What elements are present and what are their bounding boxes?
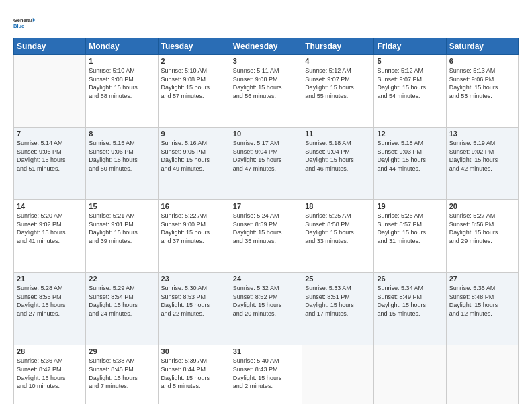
day-info: Sunrise: 5:17 AM Sunset: 9:04 PM Dayligh…	[233, 139, 299, 173]
calendar-week-row: 28Sunrise: 5:36 AM Sunset: 8:47 PM Dayli…	[14, 345, 519, 404]
day-info: Sunrise: 5:16 AM Sunset: 9:05 PM Dayligh…	[161, 139, 227, 173]
day-number: 16	[161, 202, 227, 210]
day-number: 17	[233, 202, 299, 210]
calendar-week-row: 7Sunrise: 5:14 AM Sunset: 9:06 PM Daylig…	[14, 128, 519, 200]
calendar-cell	[14, 55, 86, 128]
calendar-cell: 23Sunrise: 5:30 AM Sunset: 8:53 PM Dayli…	[158, 273, 230, 345]
day-info: Sunrise: 5:28 AM Sunset: 8:55 PM Dayligh…	[17, 284, 83, 318]
weekday-header-row: SundayMondayTuesdayWednesdayThursdayFrid…	[14, 38, 519, 55]
day-info: Sunrise: 5:30 AM Sunset: 8:53 PM Dayligh…	[161, 284, 227, 318]
logo: General Blue	[13, 12, 35, 34]
calendar-cell	[374, 345, 446, 404]
calendar-table: SundayMondayTuesdayWednesdayThursdayFrid…	[13, 38, 519, 404]
day-number: 15	[89, 202, 154, 210]
calendar-cell: 17Sunrise: 5:24 AM Sunset: 8:59 PM Dayli…	[230, 200, 302, 273]
day-number: 12	[377, 130, 443, 138]
calendar-cell: 30Sunrise: 5:39 AM Sunset: 8:44 PM Dayli…	[158, 345, 230, 404]
day-info: Sunrise: 5:24 AM Sunset: 8:59 PM Dayligh…	[233, 212, 299, 245]
calendar-cell: 21Sunrise: 5:28 AM Sunset: 8:55 PM Dayli…	[14, 273, 86, 345]
header: General Blue	[13, 12, 519, 34]
day-number: 21	[17, 275, 83, 283]
day-info: Sunrise: 5:21 AM Sunset: 9:01 PM Dayligh…	[89, 212, 154, 245]
calendar-cell: 13Sunrise: 5:19 AM Sunset: 9:02 PM Dayli…	[446, 128, 518, 200]
day-number: 30	[161, 347, 227, 355]
day-number: 22	[89, 275, 154, 283]
day-info: Sunrise: 5:32 AM Sunset: 8:52 PM Dayligh…	[233, 284, 299, 318]
calendar-cell: 7Sunrise: 5:14 AM Sunset: 9:06 PM Daylig…	[14, 128, 86, 200]
weekday-header-saturday: Saturday	[446, 38, 518, 55]
day-number: 6	[449, 57, 515, 65]
day-info: Sunrise: 5:34 AM Sunset: 8:49 PM Dayligh…	[377, 284, 443, 318]
day-number: 20	[449, 202, 515, 210]
calendar-week-row: 14Sunrise: 5:20 AM Sunset: 9:02 PM Dayli…	[14, 200, 519, 273]
calendar-cell: 28Sunrise: 5:36 AM Sunset: 8:47 PM Dayli…	[14, 345, 86, 404]
weekday-header-sunday: Sunday	[14, 38, 86, 55]
day-number: 19	[377, 202, 443, 210]
day-info: Sunrise: 5:18 AM Sunset: 9:04 PM Dayligh…	[305, 139, 371, 173]
weekday-header-friday: Friday	[374, 38, 446, 55]
calendar-cell: 4Sunrise: 5:12 AM Sunset: 9:07 PM Daylig…	[302, 55, 374, 128]
day-number: 10	[233, 130, 299, 138]
day-info: Sunrise: 5:12 AM Sunset: 9:07 PM Dayligh…	[305, 66, 371, 100]
calendar-cell: 5Sunrise: 5:12 AM Sunset: 9:07 PM Daylig…	[374, 55, 446, 128]
day-info: Sunrise: 5:40 AM Sunset: 8:43 PM Dayligh…	[233, 357, 299, 390]
calendar-cell	[302, 345, 374, 404]
day-number: 24	[233, 275, 299, 283]
day-number: 27	[449, 275, 515, 283]
day-info: Sunrise: 5:39 AM Sunset: 8:44 PM Dayligh…	[161, 357, 227, 390]
day-number: 26	[377, 275, 443, 283]
logo-svg: General Blue	[13, 12, 35, 34]
calendar-cell: 24Sunrise: 5:32 AM Sunset: 8:52 PM Dayli…	[230, 273, 302, 345]
day-number: 31	[233, 347, 299, 355]
calendar-cell: 8Sunrise: 5:15 AM Sunset: 9:06 PM Daylig…	[86, 128, 158, 200]
day-info: Sunrise: 5:12 AM Sunset: 9:07 PM Dayligh…	[377, 66, 443, 100]
day-info: Sunrise: 5:13 AM Sunset: 9:06 PM Dayligh…	[449, 66, 515, 100]
day-info: Sunrise: 5:26 AM Sunset: 8:57 PM Dayligh…	[377, 212, 443, 245]
day-number: 4	[305, 57, 371, 65]
calendar-cell	[446, 345, 518, 404]
day-info: Sunrise: 5:20 AM Sunset: 9:02 PM Dayligh…	[17, 212, 83, 245]
day-number: 11	[305, 130, 371, 138]
day-number: 14	[17, 202, 83, 210]
svg-marker-2	[33, 18, 35, 22]
calendar-week-row: 1Sunrise: 5:10 AM Sunset: 9:08 PM Daylig…	[14, 55, 519, 128]
day-info: Sunrise: 5:29 AM Sunset: 8:54 PM Dayligh…	[89, 284, 154, 318]
day-number: 2	[161, 57, 227, 65]
day-info: Sunrise: 5:22 AM Sunset: 9:00 PM Dayligh…	[161, 212, 227, 245]
calendar-cell: 19Sunrise: 5:26 AM Sunset: 8:57 PM Dayli…	[374, 200, 446, 273]
calendar-cell: 1Sunrise: 5:10 AM Sunset: 9:08 PM Daylig…	[86, 55, 158, 128]
calendar-cell: 20Sunrise: 5:27 AM Sunset: 8:56 PM Dayli…	[446, 200, 518, 273]
day-number: 5	[377, 57, 443, 65]
day-info: Sunrise: 5:10 AM Sunset: 9:08 PM Dayligh…	[89, 66, 154, 100]
calendar-cell: 6Sunrise: 5:13 AM Sunset: 9:06 PM Daylig…	[446, 55, 518, 128]
calendar-cell: 25Sunrise: 5:33 AM Sunset: 8:51 PM Dayli…	[302, 273, 374, 345]
calendar-page: General Blue SundayMondayTuesdayWednesda…	[0, 0, 532, 411]
svg-text:Blue: Blue	[13, 23, 24, 29]
calendar-cell: 10Sunrise: 5:17 AM Sunset: 9:04 PM Dayli…	[230, 128, 302, 200]
weekday-header-monday: Monday	[86, 38, 158, 55]
day-number: 18	[305, 202, 371, 210]
day-info: Sunrise: 5:14 AM Sunset: 9:06 PM Dayligh…	[17, 139, 83, 173]
calendar-cell: 31Sunrise: 5:40 AM Sunset: 8:43 PM Dayli…	[230, 345, 302, 404]
calendar-cell: 26Sunrise: 5:34 AM Sunset: 8:49 PM Dayli…	[374, 273, 446, 345]
calendar-cell: 18Sunrise: 5:25 AM Sunset: 8:58 PM Dayli…	[302, 200, 374, 273]
weekday-header-thursday: Thursday	[302, 38, 374, 55]
day-info: Sunrise: 5:15 AM Sunset: 9:06 PM Dayligh…	[89, 139, 154, 173]
day-number: 25	[305, 275, 371, 283]
day-info: Sunrise: 5:10 AM Sunset: 9:08 PM Dayligh…	[161, 66, 227, 100]
calendar-cell: 14Sunrise: 5:20 AM Sunset: 9:02 PM Dayli…	[14, 200, 86, 273]
day-number: 3	[233, 57, 299, 65]
weekday-header-tuesday: Tuesday	[158, 38, 230, 55]
day-number: 13	[449, 130, 515, 138]
day-number: 9	[161, 130, 227, 138]
day-info: Sunrise: 5:11 AM Sunset: 9:08 PM Dayligh…	[233, 66, 299, 100]
calendar-cell: 27Sunrise: 5:35 AM Sunset: 8:48 PM Dayli…	[446, 273, 518, 345]
calendar-cell: 3Sunrise: 5:11 AM Sunset: 9:08 PM Daylig…	[230, 55, 302, 128]
day-number: 28	[17, 347, 83, 355]
calendar-cell: 12Sunrise: 5:18 AM Sunset: 9:03 PM Dayli…	[374, 128, 446, 200]
calendar-cell: 22Sunrise: 5:29 AM Sunset: 8:54 PM Dayli…	[86, 273, 158, 345]
day-info: Sunrise: 5:33 AM Sunset: 8:51 PM Dayligh…	[305, 284, 371, 318]
day-number: 7	[17, 130, 83, 138]
day-info: Sunrise: 5:35 AM Sunset: 8:48 PM Dayligh…	[449, 284, 515, 318]
day-number: 23	[161, 275, 227, 283]
